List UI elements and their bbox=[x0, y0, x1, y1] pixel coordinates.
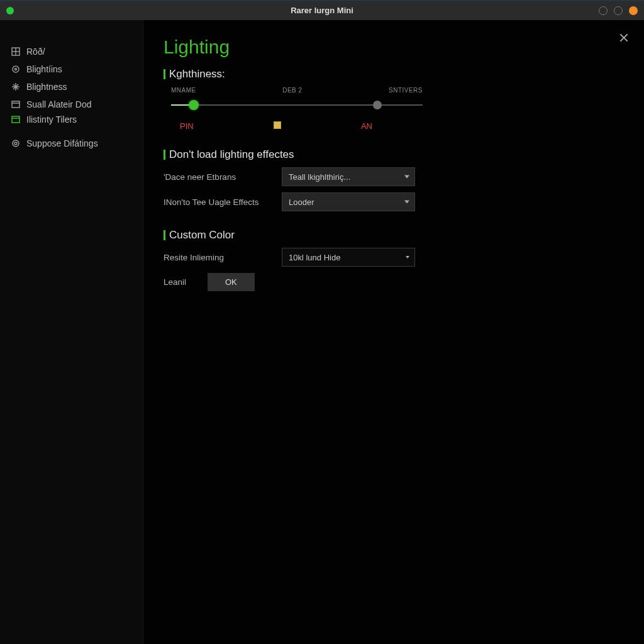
effects-row2-select[interactable]: Looder bbox=[282, 192, 415, 211]
custom-row2-label: Leanil bbox=[164, 277, 196, 287]
sidebar-item-label: Blightíins bbox=[26, 64, 62, 74]
slider-thumb-primary[interactable] bbox=[189, 100, 199, 110]
effects-row1-value: Teall lkighlthiriç... bbox=[289, 172, 350, 182]
effects-row-1: 'Dace neer Etbrans Teall lkighlthiriç... bbox=[164, 167, 624, 186]
sidebar-item-suppose[interactable]: Suppose Difátings bbox=[0, 135, 143, 152]
effects-row2-label: INon'to Tee Uagle Effects bbox=[164, 197, 270, 207]
svg-point-3 bbox=[13, 66, 19, 72]
sidebar-item-label: Suall Alateir Dod bbox=[26, 99, 92, 109]
custom-row-2: Leanil OK bbox=[164, 273, 624, 291]
effects-row-2: INon'to Tee Uagle Effects Looder bbox=[164, 192, 624, 211]
main-panel: Lighting Kghthiness: MNAME DEB 2 SNTIVER… bbox=[143, 20, 644, 644]
avatar-icon[interactable] bbox=[629, 6, 638, 15]
sidebar-item-suall[interactable]: Suall Alateir Dod bbox=[0, 96, 143, 113]
svg-point-9 bbox=[13, 140, 19, 147]
slider-below-mid bbox=[274, 121, 281, 131]
custom-row1-label: Resite Inlieming bbox=[164, 253, 270, 262]
traffic-light-green-icon[interactable] bbox=[6, 7, 14, 14]
effects-row1-select[interactable]: Teall lkighlthiriç... bbox=[282, 167, 415, 186]
chevron-down-icon bbox=[404, 175, 409, 179]
custom-row1-value: 10kl lund Hide bbox=[289, 253, 340, 262]
slider-below-labels: PIN AN bbox=[171, 121, 423, 131]
section-effects-header: Don't load lighting effectes bbox=[164, 148, 624, 161]
section-custom-label: Custom Color bbox=[169, 229, 235, 242]
grid-icon bbox=[11, 47, 20, 56]
section-brightness-header: Kghthiness: bbox=[164, 68, 624, 80]
chevron-down-icon bbox=[406, 256, 409, 258]
sidebar-item-blightness[interactable]: Blightness bbox=[0, 78, 143, 96]
effects-row2-value: Looder bbox=[289, 197, 314, 207]
section-effects-label: Don't load lighting effectes bbox=[169, 148, 294, 161]
sidebar-item-label: Rōð/ bbox=[26, 47, 45, 57]
slider-tick-mid: DEB 2 bbox=[282, 87, 302, 94]
custom-row1-select[interactable]: 10kl lund Hide bbox=[282, 248, 415, 267]
section-brightness-label: Kghthiness: bbox=[169, 68, 225, 80]
help-icon[interactable] bbox=[614, 6, 623, 15]
sidebar-item-label: Blightness bbox=[26, 82, 67, 92]
sidebar-item-ilistinty[interactable]: Ilistinty Tilers bbox=[0, 113, 143, 128]
svg-point-10 bbox=[14, 142, 17, 145]
window-icon bbox=[11, 100, 20, 109]
titlebar: Rarer lurgn Mini bbox=[0, 0, 644, 20]
slider-thumb-secondary[interactable] bbox=[373, 101, 382, 109]
slider-below-left: PIN bbox=[180, 121, 194, 131]
ok-button[interactable]: OK bbox=[208, 273, 255, 291]
brightness-slider[interactable] bbox=[171, 97, 423, 113]
sidebar-item-blightins[interactable]: Blightíins bbox=[0, 60, 143, 78]
sidebar-item-label: Suppose Difátings bbox=[26, 138, 98, 148]
app-body: Rōð/ Blightíins Blightness Suall Alateir… bbox=[0, 20, 644, 644]
settings-icon bbox=[11, 139, 20, 148]
custom-row-1: Resite Inlieming 10kl lund Hide bbox=[164, 248, 624, 267]
svg-point-4 bbox=[15, 69, 17, 70]
sidebar-item-root[interactable]: Rōð/ bbox=[0, 43, 143, 60]
slider-below-right: AN bbox=[361, 121, 372, 131]
effects-row1-label: 'Dace neer Etbrans bbox=[164, 172, 270, 182]
sync-icon[interactable] bbox=[599, 6, 608, 15]
close-icon[interactable] bbox=[618, 31, 630, 44]
svg-rect-5 bbox=[12, 101, 19, 108]
svg-rect-7 bbox=[12, 116, 19, 123]
color-chip-icon bbox=[274, 121, 281, 129]
slider-tick-left: MNAME bbox=[171, 87, 196, 94]
page-title: Lighting bbox=[164, 36, 624, 58]
slider-rail bbox=[171, 104, 423, 106]
slider-tick-right: SNTIVERS bbox=[389, 87, 423, 94]
sparkle-icon bbox=[11, 82, 20, 91]
sidebar-item-label: Ilistinty Tilers bbox=[26, 114, 77, 125]
slider-tick-labels: MNAME DEB 2 SNTIVERS bbox=[171, 87, 423, 94]
section-custom-header: Custom Color bbox=[164, 229, 624, 242]
window-title: Rarer lurgn Mini bbox=[291, 6, 353, 15]
gear-icon bbox=[11, 65, 20, 74]
sidebar: Rōð/ Blightíins Blightness Suall Alateir… bbox=[0, 20, 143, 644]
calendar-icon bbox=[11, 115, 20, 124]
chevron-down-icon bbox=[404, 201, 409, 204]
titlebar-right bbox=[599, 6, 638, 15]
